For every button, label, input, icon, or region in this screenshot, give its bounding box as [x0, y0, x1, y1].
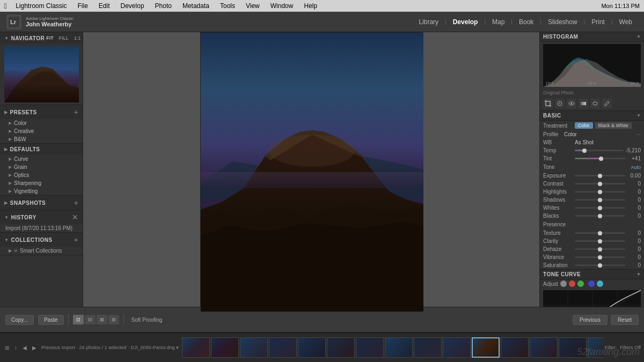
- tone-curve-display[interactable]: Region: [543, 290, 641, 307]
- menu-tools[interactable]: Tools: [218, 2, 237, 10]
- whites-slider[interactable]: [575, 207, 625, 209]
- gradient-tool[interactable]: [579, 99, 588, 108]
- tone-curve-header[interactable]: Tone Curve ▼: [540, 270, 644, 279]
- temp-slider[interactable]: [575, 150, 624, 151]
- thumb-13[interactable]: [530, 337, 558, 358]
- module-print[interactable]: Print: [586, 16, 610, 28]
- snapshots-add-btn[interactable]: +: [74, 198, 78, 207]
- menu-edit[interactable]: Edit: [97, 2, 112, 10]
- default-vignetting[interactable]: ▶ Vignetting: [0, 187, 83, 195]
- tc-icon-lum[interactable]: [597, 280, 603, 287]
- dehaze-slider[interactable]: [575, 248, 625, 250]
- thumb-14[interactable]: [559, 337, 587, 358]
- view-compare[interactable]: ⊟: [85, 315, 96, 324]
- vibrance-slider[interactable]: [575, 256, 625, 258]
- presets-header[interactable]: ▶ Presets +: [0, 105, 83, 119]
- contrast-slider[interactable]: [575, 183, 625, 184]
- thumb-11-selected[interactable]: [472, 337, 500, 358]
- menu-file[interactable]: File: [76, 2, 90, 10]
- filmstrip-toggle[interactable]: ⊞: [3, 344, 11, 351]
- thumb-7[interactable]: [356, 337, 384, 358]
- zoom-fit[interactable]: FIT: [45, 35, 55, 41]
- filmstrip-next[interactable]: ▶: [31, 344, 38, 351]
- highlights-slider[interactable]: [575, 191, 625, 193]
- profile-menu-btn[interactable]: ···: [636, 131, 641, 137]
- view-grid[interactable]: ⊞: [108, 315, 119, 324]
- reset-button[interactable]: Reset: [611, 315, 639, 325]
- basic-header[interactable]: Basic ▼: [540, 111, 644, 121]
- menu-window[interactable]: Window: [268, 2, 296, 10]
- clarity-slider[interactable]: [575, 240, 625, 242]
- default-optics[interactable]: ▶ Optics: [0, 171, 83, 179]
- menu-develop[interactable]: Develop: [119, 2, 147, 10]
- default-curve[interactable]: ▶ Curve: [0, 155, 83, 163]
- blacks-slider[interactable]: [575, 215, 625, 217]
- module-library[interactable]: Library: [413, 16, 444, 28]
- exposure-slider[interactable]: [575, 175, 625, 176]
- defaults-header[interactable]: ▶ Defaults: [0, 144, 83, 155]
- menu-help[interactable]: Help: [302, 2, 319, 10]
- thumb-6[interactable]: [327, 337, 355, 358]
- menu-lightroom[interactable]: Lightroom Classic: [13, 2, 69, 10]
- module-slideshow[interactable]: Slideshow: [543, 16, 583, 28]
- menu-view[interactable]: View: [244, 2, 262, 10]
- filmstrip-sort[interactable]: ↕: [13, 344, 19, 351]
- zoom-1-1[interactable]: 1:1: [72, 35, 83, 41]
- histogram-header[interactable]: Histogram ▼: [540, 32, 644, 42]
- module-map[interactable]: Map: [487, 16, 510, 28]
- color-treatment-btn[interactable]: Color: [575, 122, 593, 129]
- filmstrip-prev[interactable]: ◀: [21, 344, 28, 351]
- view-survey[interactable]: ⊠: [97, 315, 107, 324]
- thumb-9[interactable]: [414, 337, 442, 358]
- tint-slider[interactable]: [575, 158, 625, 159]
- auto-btn[interactable]: Auto: [631, 165, 641, 170]
- saturation-slider[interactable]: [575, 264, 625, 266]
- thumb-3[interactable]: [240, 337, 268, 358]
- tc-icon-green[interactable]: [577, 280, 584, 287]
- history-header[interactable]: ▼ History ✕: [0, 210, 83, 224]
- shadows-slider[interactable]: [575, 199, 625, 201]
- default-grain[interactable]: ▶ Grain: [0, 163, 83, 171]
- presets-add-btn[interactable]: +: [74, 108, 78, 116]
- default-sharpening[interactable]: ▶ Sharpening: [0, 179, 83, 187]
- thumb-4[interactable]: [269, 337, 297, 358]
- thumb-12[interactable]: [501, 337, 529, 358]
- tc-icon-1[interactable]: [560, 280, 567, 287]
- paste-button[interactable]: Paste: [38, 315, 64, 325]
- zoom-fill[interactable]: FILL: [57, 35, 70, 41]
- redeye-tool[interactable]: [567, 99, 576, 108]
- previous-button[interactable]: Previous: [573, 315, 608, 325]
- radial-tool[interactable]: [590, 99, 600, 108]
- thumb-2[interactable]: [211, 337, 239, 358]
- crop-tool[interactable]: [543, 99, 553, 108]
- thumb-1[interactable]: [182, 337, 210, 358]
- thumb-10[interactable]: [443, 337, 471, 358]
- menu-metadata[interactable]: Metadata: [180, 2, 211, 10]
- view-loupe[interactable]: ⊡: [73, 315, 84, 324]
- thumb-15[interactable]: [588, 337, 603, 358]
- collections-add-btn[interactable]: +: [74, 235, 78, 244]
- wb-value[interactable]: As Shot: [575, 139, 641, 145]
- module-web[interactable]: Web: [614, 16, 638, 28]
- thumb-8[interactable]: [385, 337, 413, 358]
- preset-bw[interactable]: ▶ B&W: [0, 135, 83, 143]
- brush-tool[interactable]: [602, 99, 612, 108]
- module-book[interactable]: Book: [514, 16, 539, 28]
- module-develop[interactable]: Develop: [448, 16, 484, 28]
- history-item-import[interactable]: Import (8/7/20 11:13:16 PM): [0, 224, 83, 232]
- apple-menu[interactable]: : [4, 2, 7, 10]
- smart-collections-item[interactable]: ▶ ⊞ Smart Collections: [0, 247, 83, 255]
- navigator-header[interactable]: ▼ Navigator FIT FILL 1:1 3:1: [0, 32, 83, 44]
- tc-icon-red[interactable]: [569, 280, 575, 287]
- preset-color[interactable]: ▶ Color: [0, 119, 83, 127]
- preset-creative[interactable]: ▶ Creative: [0, 127, 83, 135]
- filmstrip-dropdown-icon[interactable]: ▾: [176, 345, 179, 350]
- heal-tool[interactable]: [555, 99, 565, 108]
- thumb-5[interactable]: [298, 337, 326, 358]
- history-clear-btn[interactable]: ✕: [72, 213, 78, 221]
- bw-treatment-btn[interactable]: Black & White: [595, 122, 632, 129]
- menu-photo[interactable]: Photo: [153, 2, 174, 10]
- copy-button[interactable]: Copy...: [5, 315, 34, 325]
- collections-header[interactable]: ▼ Collections +: [0, 233, 83, 247]
- tc-icon-blue[interactable]: [588, 280, 595, 287]
